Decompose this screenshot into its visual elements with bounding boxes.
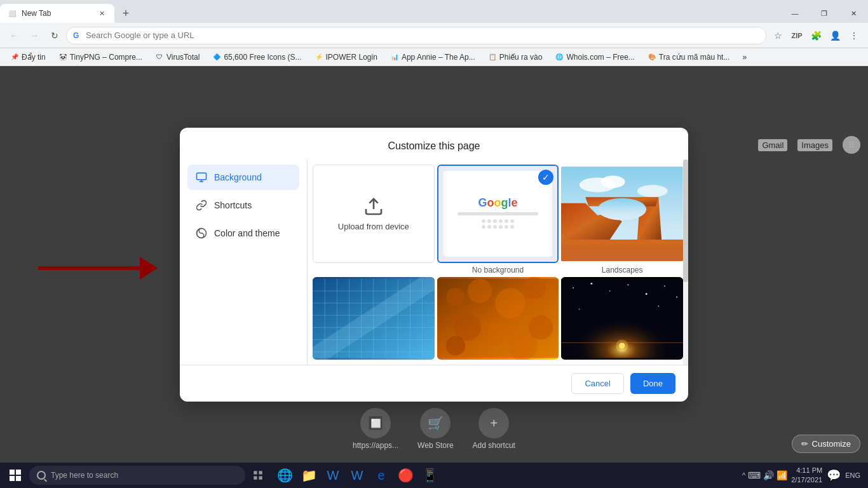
zip-icon[interactable]: ZIP: [788, 27, 806, 44]
landscapes-cell[interactable]: [561, 165, 683, 263]
orange-texture-cell[interactable]: [437, 277, 559, 360]
bookmark-label: VirusTotal: [166, 53, 200, 62]
bookmark-whois[interactable]: 🌐 Whois.com – Free...: [550, 51, 639, 63]
modal-title: Customize this page: [180, 128, 688, 159]
minimize-button[interactable]: —: [780, 4, 810, 23]
star-button[interactable]: ☆: [769, 27, 787, 44]
language-indicator[interactable]: ENG: [845, 471, 860, 479]
shortcuts-label: Shortcuts: [214, 200, 252, 210]
start-button[interactable]: [3, 463, 28, 488]
browser-frame: ⬜ New Tab ✕ + — ❐ ✕ ← → ↻ G Search Googl…: [0, 0, 868, 66]
bookmark-phieu[interactable]: 📋 Phiếu ra vào: [483, 51, 548, 63]
done-button[interactable]: Done: [630, 373, 675, 394]
customize-modal: Customize this page Background: [180, 128, 688, 402]
taskbar-chrome-icon[interactable]: 🌐: [273, 464, 296, 487]
close-button[interactable]: ✕: [839, 4, 868, 23]
svg-point-35: [524, 277, 546, 299]
tray-chevron[interactable]: ^: [742, 471, 745, 479]
tab-close-button[interactable]: ✕: [97, 8, 107, 18]
no-background-container: ✓ Google: [437, 165, 559, 274]
bookmark-tinypng[interactable]: 🐼 TinyPNG – Compre...: [53, 51, 147, 63]
reload-button[interactable]: ↻: [46, 27, 64, 44]
active-tab[interactable]: ⬜ New Tab ✕: [0, 4, 114, 23]
shortcut-apps[interactable]: 🔲 https://apps...: [353, 408, 398, 450]
shortcuts-icon: [195, 199, 208, 212]
dot: [482, 219, 485, 223]
back-button[interactable]: ←: [5, 27, 23, 44]
taskbar-word-icon-2[interactable]: W: [346, 464, 369, 487]
menu-button[interactable]: ⋮: [845, 27, 863, 44]
svg-rect-56: [259, 471, 262, 474]
dark-space-cell[interactable]: [561, 277, 683, 360]
taskbar-app2-icon[interactable]: 📱: [418, 464, 441, 487]
no-background-cell[interactable]: ✓ Google: [437, 165, 559, 263]
task-view-button[interactable]: [247, 464, 269, 487]
tray-network-icon[interactable]: 📶: [776, 470, 787, 480]
bookmark-ipower[interactable]: ⚡ IPOWER Login: [309, 51, 383, 63]
dots-row-1: [482, 219, 514, 223]
notification-button[interactable]: 💬: [826, 464, 841, 487]
shortcut-webstore[interactable]: 🛒 Web Store: [417, 408, 453, 450]
maximize-button[interactable]: ❐: [810, 4, 839, 23]
cancel-button[interactable]: Cancel: [571, 373, 623, 394]
bookmark-label: Phiếu ra vào: [499, 53, 543, 62]
bookmark-label: App Annie – The Ap...: [402, 53, 475, 62]
new-tab-button[interactable]: +: [117, 4, 135, 22]
tab-favicon: ⬜: [8, 9, 17, 18]
sidebar-item-color-theme[interactable]: Color and theme: [187, 220, 299, 246]
sidebar-item-shortcuts[interactable]: Shortcuts: [187, 193, 299, 218]
bookmark-daythin[interactable]: 📌 Đẩy tin: [5, 51, 51, 63]
shortcut-add[interactable]: + Add shortcut: [473, 408, 515, 450]
taskbar-search[interactable]: Type here to search: [29, 466, 245, 485]
bookmark-label: TinyPNG – Compre...: [70, 53, 142, 62]
bookmark-virustotal[interactable]: 🛡 VirusTotal: [150, 51, 205, 63]
taskbar-folder-icon[interactable]: 📁: [297, 464, 320, 487]
taskbar-app1-icon[interactable]: 🔴: [394, 464, 417, 487]
svg-point-32: [446, 288, 465, 306]
dot: [505, 225, 508, 229]
taskbar-word-icon[interactable]: W: [322, 464, 344, 487]
bookmark-appannie[interactable]: 📊 App Annie – The Ap...: [385, 51, 480, 63]
dark-space-svg: [561, 277, 683, 360]
svg-point-5: [601, 175, 625, 187]
scrollbar-track[interactable]: [683, 159, 688, 365]
pencil-icon: ✏: [801, 439, 808, 449]
extensions-button[interactable]: 🧩: [807, 27, 825, 44]
orange-texture-svg: [437, 277, 559, 360]
bookmark-label: Whois.com – Free...: [566, 53, 634, 62]
taskbar-ie-icon[interactable]: e: [370, 464, 393, 487]
dots-row-2: [482, 225, 514, 229]
bookmark-label: Đẩy tin: [22, 53, 46, 62]
scrollbar-thumb[interactable]: [683, 159, 688, 283]
background-label: Background: [214, 172, 262, 182]
dot: [493, 225, 497, 229]
upload-from-device-cell[interactable]: Upload from device: [313, 165, 435, 263]
sidebar-item-background[interactable]: Background: [187, 165, 299, 190]
bookmark-tracuumau[interactable]: 🎨 Tra cứu mã màu ht...: [642, 51, 735, 63]
address-bar[interactable]: G Search Google or type a URL: [66, 27, 766, 44]
svg-point-11: [598, 198, 647, 220]
svg-rect-13: [561, 245, 683, 261]
profile-button[interactable]: 👤: [826, 27, 844, 44]
modal-overlay: Customize this page Background: [0, 66, 868, 463]
bookmark-more[interactable]: »: [737, 51, 752, 63]
bookmark-favicon: 🐼: [58, 53, 67, 62]
shortcut-apps-icon: 🔲: [360, 408, 391, 438]
taskbar-right: ^ ⌨ 🔊 📶 4:11 PM 2/17/2021 💬 ENG: [742, 464, 865, 487]
background-grid: Upload from device ✓ Google: [308, 159, 688, 365]
windows-logo-icon: [10, 470, 21, 481]
bookmark-icons[interactable]: 🔷 65,600 Free Icons (S...: [207, 51, 306, 63]
landscape-svg: [561, 165, 683, 263]
dot: [510, 219, 514, 223]
blue-pattern-cell[interactable]: [313, 277, 435, 360]
forward-button[interactable]: →: [25, 27, 43, 44]
svg-point-37: [487, 322, 509, 344]
svg-point-33: [468, 278, 492, 302]
taskbar-clock[interactable]: 4:11 PM 2/17/2021: [791, 466, 822, 485]
bookmark-label: IPOWER Login: [326, 53, 377, 62]
customize-button[interactable]: ✏ Customize: [792, 435, 860, 453]
modal-content: Upload from device ✓ Google: [307, 159, 688, 365]
shortcut-webstore-icon: 🛒: [420, 408, 451, 438]
selected-check: ✓: [538, 170, 553, 185]
tray-speaker-icon[interactable]: 🔊: [763, 470, 774, 480]
